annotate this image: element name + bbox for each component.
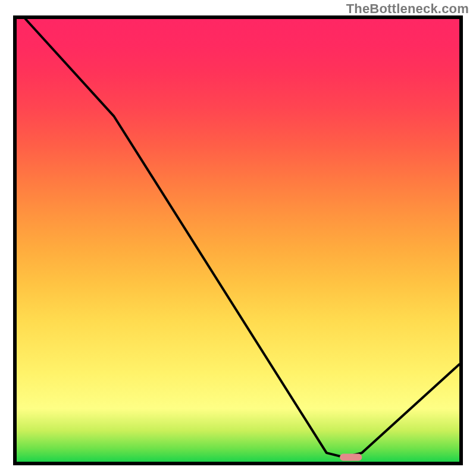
chart-container: TheBottleneck.com bbox=[0, 0, 476, 476]
plot-area bbox=[13, 15, 463, 465]
target-marker bbox=[340, 454, 362, 461]
curve-svg bbox=[17, 19, 459, 462]
watermark-label: TheBottleneck.com bbox=[346, 1, 469, 17]
bottleneck-curve-path bbox=[26, 19, 459, 458]
